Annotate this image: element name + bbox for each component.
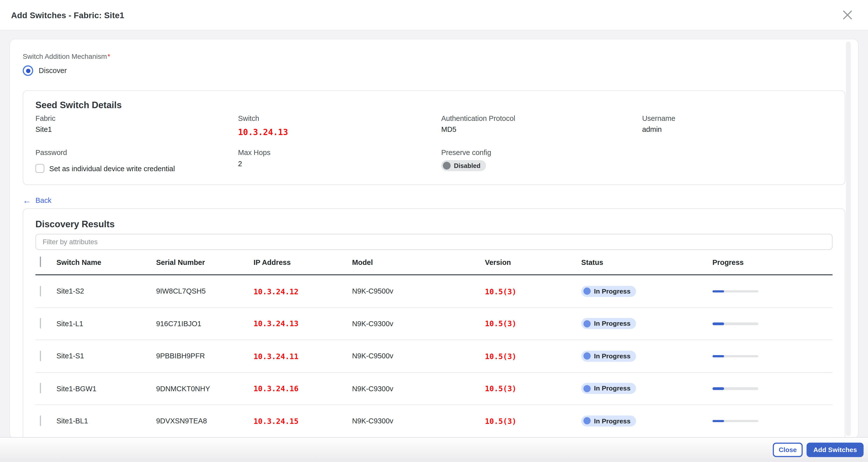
status-dot-icon [583, 385, 591, 392]
cell-version: 10.5(3) [485, 287, 581, 296]
cell-switch-name: Site1-S1 [57, 352, 156, 360]
row-checkbox[interactable] [40, 383, 41, 394]
cell-progress [712, 420, 832, 422]
preserve-config-value: Disabled [454, 162, 480, 169]
progress-bar [712, 322, 758, 325]
field-auth-protocol: Authentication Protocol MD5 [441, 114, 642, 137]
row-checkbox[interactable] [40, 286, 41, 296]
field-username: Username admin [642, 114, 833, 137]
cell-model: N9K-C9300v [352, 319, 485, 328]
table-row[interactable]: Site1-BGW1 9DNMCKT0NHY 10.3.24.16 N9K-C9… [35, 373, 832, 405]
cell-progress [712, 355, 832, 357]
column-model[interactable]: Model [352, 258, 485, 266]
status-dot-icon [583, 417, 591, 425]
mechanism-label-text: Switch Addition Mechanism [23, 53, 107, 60]
field-fabric: Fabric Site1 [35, 114, 238, 137]
cell-version: 10.5(3) [485, 352, 581, 360]
cell-version: 10.5(3) [485, 416, 581, 425]
auth-protocol-value: MD5 [441, 125, 642, 133]
close-button[interactable] [840, 8, 855, 22]
arrow-left-icon: ← [23, 196, 31, 204]
cell-ip-address: 10.3.24.11 [253, 352, 352, 360]
field-max-hops: Max Hops 2 [238, 148, 441, 173]
cell-status: In Progress [581, 351, 712, 362]
filter-input[interactable] [35, 234, 832, 250]
progress-bar-fill [712, 420, 724, 422]
mechanism-label: Switch Addition Mechanism* [23, 53, 845, 60]
cell-ip-address: 10.3.24.13 [253, 319, 352, 328]
back-link[interactable]: ← Back [23, 196, 51, 204]
username-value: admin [642, 125, 833, 133]
select-all-checkbox[interactable] [40, 256, 41, 267]
status-badge: In Progress [581, 415, 636, 426]
progress-bar [712, 290, 758, 293]
table-row[interactable]: Site1-S2 9IW8CL7QSH5 10.3.24.12 N9K-C950… [35, 276, 832, 308]
discovery-results-card: Discovery Results Switch Name Serial Num… [23, 208, 845, 439]
seed-empty-cell [642, 148, 833, 173]
back-link-label: Back [35, 196, 51, 204]
radio-selected-icon[interactable] [23, 65, 33, 76]
seed-switch-details-card: Seed Switch Details Fabric Site1 Switch … [23, 90, 845, 185]
cell-serial-number: 9DNMCKT0NHY [156, 384, 253, 393]
row-checkbox[interactable] [40, 415, 41, 426]
status-text: In Progress [594, 352, 631, 360]
auth-protocol-label: Authentication Protocol [441, 114, 642, 122]
close-icon [841, 9, 854, 21]
cell-status: In Progress [581, 383, 712, 394]
seed-fields-row-1: Fabric Site1 Switch 10.3.24.13 Authentic… [35, 114, 832, 137]
modal-header: Add Switches - Fabric: Site1 [0, 0, 868, 30]
cell-status: In Progress [581, 415, 712, 426]
cell-ip-address: 10.3.24.16 [253, 384, 352, 393]
status-text: In Progress [594, 384, 631, 392]
column-serial-number[interactable]: Serial Number [156, 258, 253, 266]
cell-ip-address: 10.3.24.12 [253, 287, 352, 296]
username-label: Username [642, 114, 833, 122]
cell-model: N9K-C9500v [352, 287, 485, 295]
progress-bar-fill [712, 322, 724, 325]
switch-value: 10.3.24.13 [238, 127, 441, 137]
column-ip-address[interactable]: IP Address [253, 258, 352, 266]
status-badge: In Progress [581, 383, 636, 394]
status-text: In Progress [594, 287, 631, 295]
row-checkbox[interactable] [40, 351, 41, 361]
modal-title: Add Switches - Fabric: Site1 [11, 10, 124, 20]
vertical-scrollbar[interactable] [846, 41, 851, 436]
cell-status: In Progress [581, 318, 712, 329]
table-row[interactable]: Site1-BL1 9DVXSN9TEA8 10.3.24.15 N9K-C93… [35, 405, 832, 437]
status-dot-icon [583, 320, 591, 327]
table-row[interactable]: Site1-L1 916C71IBJO1 10.3.24.13 N9K-C930… [35, 308, 832, 340]
table-header-row: Switch Name Serial Number IP Address Mod… [35, 250, 832, 276]
progress-bar-fill [712, 355, 724, 357]
cell-model: N9K-C9300v [352, 417, 485, 425]
add-switches-modal: Add Switches - Fabric: Site1 Switch Addi… [0, 0, 868, 462]
write-credential-checkbox-row[interactable]: Set as individual device write credentia… [35, 164, 238, 173]
table-body: Site1-S2 9IW8CL7QSH5 10.3.24.12 N9K-C950… [35, 276, 832, 437]
fabric-value: Site1 [35, 125, 238, 133]
status-badge: In Progress [581, 351, 636, 362]
preserve-config-label: Preserve config [441, 148, 642, 157]
column-version[interactable]: Version [485, 258, 581, 266]
field-password: Password Set as individual device write … [35, 148, 238, 173]
discover-radio-option[interactable]: Discover [23, 65, 845, 76]
progress-bar [712, 420, 758, 422]
column-switch-name[interactable]: Switch Name [57, 258, 156, 266]
row-checkbox[interactable] [40, 318, 41, 329]
progress-bar [712, 355, 758, 357]
toggle-dot-icon [443, 162, 451, 169]
max-hops-value: 2 [238, 160, 441, 168]
status-badge: In Progress [581, 286, 636, 297]
add-switches-button[interactable]: Add Switches [807, 442, 864, 457]
column-status[interactable]: Status [581, 258, 712, 266]
field-preserve-config: Preserve config Disabled [441, 148, 642, 173]
cell-serial-number: 9PBBIBH9PFR [156, 352, 253, 360]
cell-serial-number: 916C71IBJO1 [156, 319, 253, 328]
progress-bar-fill [712, 387, 724, 390]
close-button-footer[interactable]: Close [773, 442, 803, 457]
radio-dot [26, 68, 30, 73]
write-credential-label: Set as individual device write credentia… [49, 164, 175, 172]
status-dot-icon [583, 288, 591, 295]
seed-fields-row-2: Password Set as individual device write … [35, 148, 832, 173]
table-row[interactable]: Site1-S1 9PBBIBH9PFR 10.3.24.11 N9K-C950… [35, 340, 832, 373]
write-credential-checkbox[interactable] [35, 164, 44, 173]
column-progress[interactable]: Progress [712, 258, 832, 266]
